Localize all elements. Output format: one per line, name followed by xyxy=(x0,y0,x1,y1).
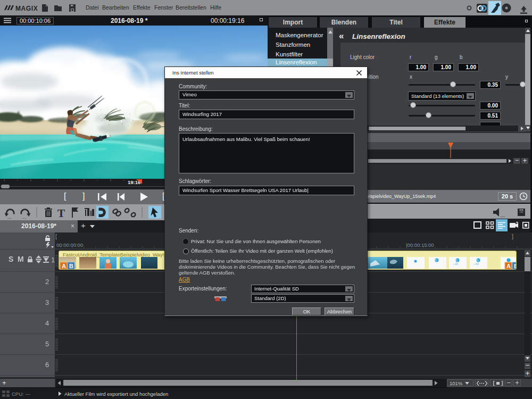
svg-text:↻: ↻ xyxy=(435,259,437,262)
svg-text:...: ... xyxy=(500,212,505,218)
svg-text:A: A xyxy=(506,263,511,269)
svg-text:...: ... xyxy=(7,214,12,220)
svg-text:A: A xyxy=(62,263,66,269)
svg-text:↻: ↻ xyxy=(477,259,479,262)
svg-text:—ICI: —ICI xyxy=(453,263,458,265)
svg-text:MAGIX: MAGIX xyxy=(15,5,38,12)
svg-text:B: B xyxy=(69,263,73,269)
svg-text:↻: ↻ xyxy=(456,259,458,262)
svg-text:B: B xyxy=(514,263,517,269)
svg-text:—ICI: —ICI xyxy=(473,263,479,265)
svg-text:T: T xyxy=(57,207,65,220)
svg-text:...: ... xyxy=(22,214,27,220)
